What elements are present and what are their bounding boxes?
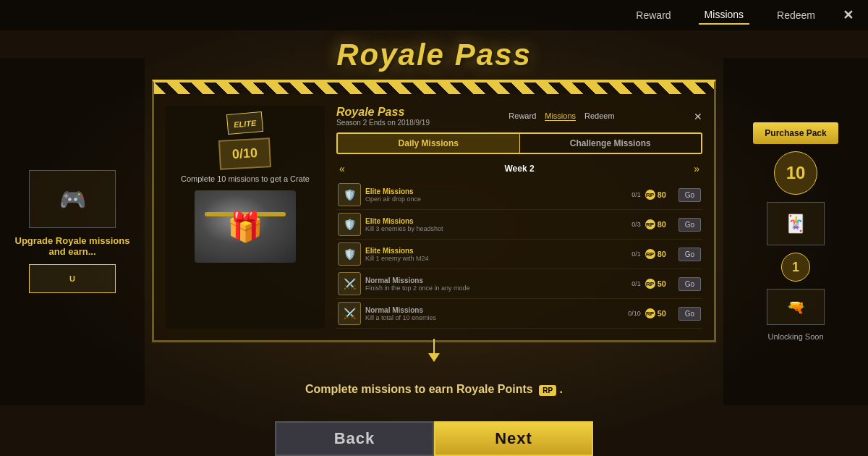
- mission-progress: 0/1: [626, 250, 641, 258]
- mission-icon: 🛡️: [338, 213, 361, 236]
- tab-challenge-missions[interactable]: Challenge Missions: [520, 134, 702, 153]
- chest-image: [195, 190, 296, 263]
- mission-progress: 0/3: [626, 221, 641, 228]
- mini-nav-reward[interactable]: Reward: [509, 111, 536, 121]
- mission-desc: Kill 1 enemy with M24: [365, 255, 622, 262]
- main-container: Reward Missions Redeem ✕ Royale Pass 🎮 U…: [0, 0, 868, 456]
- mission-icon: 🛡️: [338, 242, 361, 266]
- left-btn[interactable]: U: [29, 264, 116, 293]
- back-button[interactable]: Back: [275, 421, 434, 456]
- rp-icon: RP: [645, 308, 655, 318]
- mission-row: 🛡️ Elite Missions Kill 1 enemy with M24 …: [336, 240, 702, 269]
- rp-badge: RP: [539, 385, 556, 396]
- go-button[interactable]: Go: [678, 277, 701, 291]
- mission-rp: RP 50: [645, 279, 674, 289]
- mission-desc: Open air drop once: [365, 195, 622, 203]
- mission-row: ⚔️ Normal Missions Kill a total of 10 en…: [336, 299, 702, 329]
- badge-10: 10: [774, 151, 817, 195]
- week-nav: « Week 2 »: [336, 161, 702, 176]
- mission-progress: 0/1: [626, 280, 641, 287]
- left-panel: ELITE 0/10 Complete 10 missions to get a…: [166, 106, 325, 329]
- mission-type: Elite Missions: [365, 217, 622, 225]
- mini-close-icon[interactable]: ✕: [694, 111, 702, 122]
- bottom-description: Complete missions to earn Royale Points …: [294, 371, 574, 408]
- left-decoration: 🎮: [29, 170, 116, 228]
- connector: [428, 339, 440, 362]
- card-inner: ELITE 0/10 Complete 10 missions to get a…: [154, 94, 714, 340]
- mission-type: Elite Missions: [365, 187, 622, 195]
- mission-desc: Finish in the top 2 once in any mode: [365, 284, 622, 292]
- tab-section: Daily Missions Challenge Missions: [336, 132, 702, 161]
- tab-bar: Daily Missions Challenge Missions: [336, 132, 702, 154]
- mini-nav-missions[interactable]: Missions: [545, 111, 576, 121]
- mission-icon: 🛡️: [338, 183, 361, 206]
- rp-value: 50: [658, 309, 666, 318]
- main-card: ELITE 0/10 Complete 10 missions to get a…: [152, 80, 716, 342]
- nav-redeem[interactable]: Redeem: [771, 7, 821, 24]
- title-area: Royale Pass: [336, 38, 532, 72]
- missions-list: 🛡️ Elite Missions Open air drop once 0/1…: [336, 180, 702, 329]
- right-panel: Royale Pass Season 2 Ends on 2018/9/19 R…: [336, 106, 702, 329]
- mission-progress: 0/1: [626, 191, 641, 198]
- mini-nav: Reward Missions Redeem: [509, 111, 614, 121]
- side-right-panel: Purchase Pack 10 🃏 1 🔫 Unlocking Soon: [723, 58, 868, 405]
- mission-info: Normal Missions Kill a total of 10 enemi…: [365, 306, 622, 321]
- chest-description: Complete 10 missions to get a Crate: [181, 174, 310, 183]
- nav-reward[interactable]: Reward: [630, 7, 676, 24]
- mission-rp: RP 80: [645, 219, 674, 229]
- card-subtitle: Season 2 Ends on 2018/9/19: [336, 119, 430, 127]
- mission-rp: RP 80: [645, 249, 674, 259]
- card-title: Royale Pass: [336, 106, 430, 119]
- mission-icon: ⚔️: [338, 302, 361, 325]
- go-button[interactable]: Go: [678, 188, 701, 202]
- mission-desc: Kill 3 enemies by headshot: [365, 225, 622, 232]
- purchase-pack-button[interactable]: Purchase Pack: [753, 122, 838, 144]
- hazard-stripe: [154, 83, 714, 94]
- tab-daily-missions[interactable]: Daily Missions: [338, 134, 520, 153]
- rp-value: 80: [658, 250, 666, 258]
- rp-icon: RP: [645, 249, 655, 259]
- go-button[interactable]: Go: [678, 307, 701, 321]
- mission-rp: RP 80: [645, 190, 674, 200]
- mission-row: 🛡️ Elite Missions Kill 3 enemies by head…: [336, 210, 702, 240]
- page-title: Royale Pass: [336, 38, 532, 72]
- badge-1: 1: [781, 253, 810, 282]
- rp-value: 80: [658, 190, 666, 199]
- go-button[interactable]: Go: [678, 218, 701, 232]
- mission-info: Elite Missions Open air drop once: [365, 187, 622, 203]
- rp-value: 80: [658, 220, 666, 229]
- mini-header: Royale Pass Season 2 Ends on 2018/9/19 R…: [336, 106, 702, 127]
- missions-counter: 0/10: [218, 138, 271, 170]
- side-item-2: 🔫: [767, 289, 825, 325]
- unlocking-label: Unlocking Soon: [767, 332, 823, 341]
- next-button[interactable]: Next: [434, 421, 593, 456]
- mission-row: 🛡️ Elite Missions Open air drop once 0/1…: [336, 180, 702, 210]
- mission-progress: 0/10: [626, 310, 641, 317]
- mission-type: Normal Missions: [365, 306, 622, 314]
- nav-missions[interactable]: Missions: [699, 6, 749, 25]
- rp-icon: RP: [645, 279, 655, 289]
- top-nav: Reward Missions Redeem ✕: [0, 0, 868, 30]
- close-icon[interactable]: ✕: [843, 7, 854, 23]
- week-label: Week 2: [504, 164, 534, 174]
- mission-desc: Kill a total of 10 enemies: [365, 314, 622, 321]
- mission-type: Elite Missions: [365, 247, 622, 255]
- bottom-buttons: Back Next: [0, 421, 868, 456]
- side-left-panel: 🎮 Upgrade Royale missions and earn... U: [0, 58, 145, 405]
- rp-icon: RP: [645, 190, 655, 200]
- next-week-button[interactable]: »: [694, 163, 699, 174]
- prev-week-button[interactable]: «: [339, 163, 345, 174]
- mission-row: ⚔️ Normal Missions Finish in the top 2 o…: [336, 269, 702, 299]
- mission-info: Normal Missions Finish in the top 2 once…: [365, 276, 622, 292]
- side-item-1: 🃏: [767, 202, 825, 245]
- upgrade-label: Upgrade Royale missions and earn...: [0, 235, 145, 257]
- rp-value: 50: [658, 279, 666, 288]
- mission-rp: RP 50: [645, 308, 674, 318]
- mission-icon: ⚔️: [338, 272, 361, 295]
- mission-info: Elite Missions Kill 3 enemies by headsho…: [365, 217, 622, 232]
- mission-info: Elite Missions Kill 1 enemy with M24: [365, 247, 622, 262]
- mission-type: Normal Missions: [365, 276, 622, 284]
- mini-nav-redeem[interactable]: Redeem: [584, 111, 615, 121]
- go-button[interactable]: Go: [678, 248, 701, 261]
- rp-icon: RP: [645, 219, 655, 229]
